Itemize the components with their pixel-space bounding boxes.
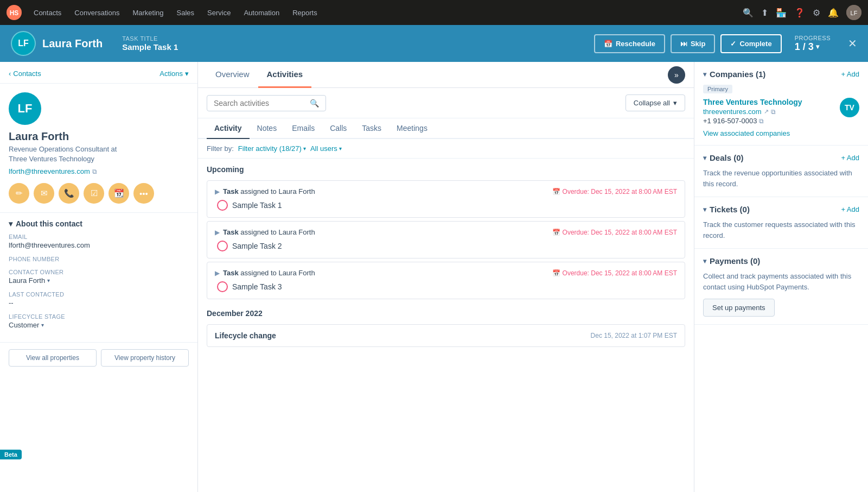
contact-title: Revenue Operations Consultant at Three V… (9, 144, 189, 164)
task-icon-button[interactable]: ☑ (84, 183, 104, 204)
help-icon[interactable]: ❓ (794, 8, 805, 18)
users-chevron-icon: ▾ (339, 146, 342, 152)
tab-activities[interactable]: Activities (258, 62, 312, 88)
checkmark-icon: ✓ (730, 40, 736, 48)
payments-chevron-icon[interactable]: ▾ (703, 257, 706, 265)
actions-button[interactable]: Actions ▾ (159, 70, 189, 78)
complete-button[interactable]: ✓ Complete (720, 34, 781, 53)
search-box[interactable]: 🔍 (207, 95, 326, 111)
main-layout: ‹ Contacts Actions ▾ LF Laura Forth Reve… (0, 62, 868, 492)
about-header[interactable]: ▾ About this contact (9, 219, 189, 228)
notifications-icon[interactable]: 🔔 (828, 8, 839, 18)
task-1-date: 📅 Overdue: Dec 15, 2022 at 8:00 AM EST (552, 188, 677, 195)
center-panel: Overview Activities » 🔍 Collapse all ▾ A… (198, 62, 694, 492)
lifecycle-dropdown-icon[interactable]: ▾ (41, 322, 44, 328)
owner-dropdown-icon[interactable]: ▾ (47, 277, 50, 283)
call-icon-button[interactable]: 📞 (59, 183, 79, 204)
all-users-filter[interactable]: All users ▾ (310, 144, 342, 153)
companies-header: ▾ Companies (1) + Add (703, 70, 859, 79)
primary-badge: Primary (703, 84, 859, 98)
filter-row: Filter by: Filter activity (18/27) ▾ All… (198, 139, 694, 159)
search-icon[interactable]: 🔍 (743, 8, 754, 18)
search-icon: 🔍 (310, 99, 319, 108)
task-1-type: Task assigned to Laura Forth (223, 187, 315, 195)
left-panel-header: ‹ Contacts Actions ▾ (0, 62, 197, 84)
task-bar: LF Laura Forth Task title Sample Task 1 … (0, 25, 868, 62)
tickets-header: ▾ Tickets (0) + Add (703, 205, 859, 214)
view-all-properties-button[interactable]: View all properties (9, 349, 97, 367)
company-name[interactable]: Three Ventures Technology (703, 98, 840, 106)
upgrade-icon[interactable]: ⬆ (761, 8, 768, 18)
tab-tasks[interactable]: Tasks (354, 118, 389, 139)
tab-overview[interactable]: Overview (207, 62, 258, 88)
tab-activity[interactable]: Activity (207, 118, 250, 139)
nav-reports[interactable]: Reports (287, 9, 323, 17)
email-icon-button[interactable]: ✉ (34, 183, 54, 204)
task-2-expand-icon[interactable]: ▶ (215, 229, 220, 236)
task-1-expand-icon[interactable]: ▶ (215, 188, 220, 195)
task-1-name: Sample Task 1 (232, 201, 282, 210)
user-avatar[interactable]: LF (846, 5, 861, 20)
tab-emails[interactable]: Emails (284, 118, 322, 139)
copy-email-icon[interactable]: ⧉ (92, 168, 97, 175)
view-property-history-button[interactable]: View property history (101, 349, 189, 367)
tab-calls[interactable]: Calls (322, 118, 354, 139)
contact-email[interactable]: lforth@threeventures.com ⧉ (9, 167, 189, 175)
filter-activity-button[interactable]: Filter activity (18/27) ▾ (238, 144, 306, 153)
note-icon-button[interactable]: ✏ (9, 183, 29, 204)
meeting-icon-button[interactable]: 📆 (108, 183, 129, 204)
nav-marketing[interactable]: Marketing (127, 9, 169, 17)
copy-phone-icon[interactable]: ⧉ (759, 117, 764, 125)
calendar-icon: 📅 (552, 269, 560, 277)
lifecycle-date: Dec 15, 2022 at 1:07 PM EST (591, 332, 677, 339)
tickets-empty-text: Track the customer requests associated w… (703, 219, 859, 241)
collapse-chevron-icon: ▾ (673, 99, 677, 107)
tickets-title: ▾ Tickets (0) (703, 205, 750, 214)
search-input[interactable] (214, 99, 305, 108)
task-contact: LF Laura Forth (11, 31, 103, 56)
task-1-circle[interactable] (217, 200, 228, 211)
setup-payments-button[interactable]: Set up payments (703, 299, 775, 317)
tab-meetings[interactable]: Meetings (389, 118, 435, 139)
deals-chevron-icon[interactable]: ▾ (703, 154, 706, 162)
task-3-expand-icon[interactable]: ▶ (215, 269, 220, 277)
tickets-add-button[interactable]: + Add (841, 205, 859, 213)
progress-chevron-icon[interactable]: ▾ (816, 43, 819, 51)
beta-badge: Beta (0, 450, 22, 459)
more-icon-button[interactable]: ••• (133, 183, 154, 204)
deals-add-button[interactable]: + Add (841, 154, 859, 162)
view-associated-companies-link[interactable]: View associated companies (703, 129, 859, 137)
companies-title: ▾ Companies (1) (703, 70, 765, 79)
close-button[interactable]: ✕ (848, 37, 857, 50)
top-nav: HS Contacts Conversations Marketing Sale… (0, 0, 868, 25)
nav-service[interactable]: Service (202, 9, 236, 17)
nav-conversations[interactable]: Conversations (69, 9, 125, 17)
task-contact-name: Laura Forth (42, 37, 103, 50)
task-3-circle[interactable] (217, 281, 228, 292)
nav-automation[interactable]: Automation (238, 9, 285, 17)
external-link-icon[interactable]: ↗ (764, 108, 769, 115)
owner-field: Contact owner Laura Forth ▾ (9, 269, 189, 285)
task-2-circle[interactable] (217, 241, 228, 251)
calendar-icon: 📅 (552, 229, 560, 236)
task-item-3: ▶ Task assigned to Laura Forth 📅 Overdue… (207, 262, 685, 299)
skip-button[interactable]: ⏭ Skip (671, 34, 715, 53)
companies-add-button[interactable]: + Add (841, 70, 859, 78)
task-3-date: 📅 Overdue: Dec 15, 2022 at 8:00 AM EST (552, 269, 677, 277)
reschedule-button[interactable]: 📅 Reschedule (594, 34, 665, 53)
expand-button[interactable]: » (668, 66, 685, 84)
company-url[interactable]: threeventures.com ↗ ⧉ (703, 108, 840, 116)
copy-url-icon[interactable]: ⧉ (771, 108, 776, 116)
collapse-all-button[interactable]: Collapse all ▾ (626, 94, 685, 111)
marketplace-icon[interactable]: 🏪 (776, 8, 787, 18)
action-icons: ✏ ✉ 📞 ☑ 📆 ••• (9, 183, 189, 204)
tab-notes[interactable]: Notes (250, 118, 285, 139)
hubspot-logo[interactable]: HS (7, 5, 22, 20)
back-to-contacts[interactable]: ‹ Contacts (9, 70, 41, 78)
settings-icon[interactable]: ⚙ (813, 8, 820, 18)
tickets-chevron-icon[interactable]: ▾ (703, 206, 706, 213)
nav-contacts[interactable]: Contacts (28, 9, 67, 17)
companies-chevron-icon[interactable]: ▾ (703, 71, 706, 78)
payments-section: ▾ Payments (0) Collect and track payment… (694, 249, 868, 325)
nav-sales[interactable]: Sales (171, 9, 200, 17)
